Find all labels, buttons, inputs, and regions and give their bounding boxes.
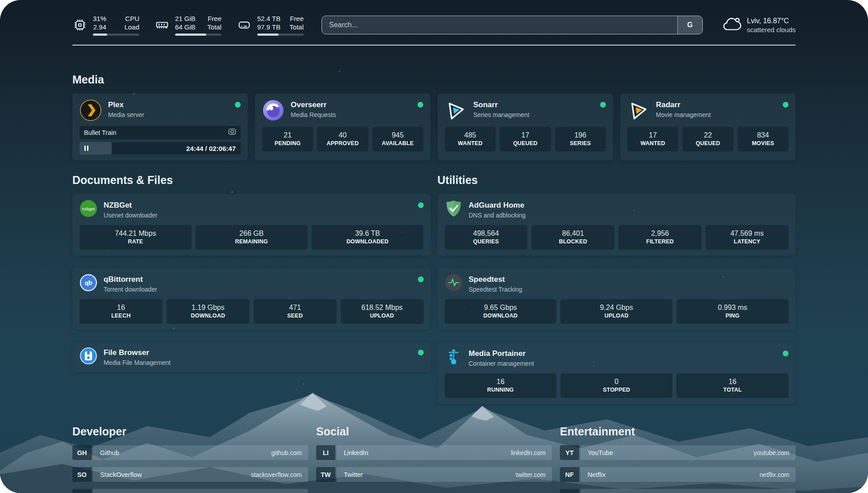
search-input[interactable] bbox=[322, 16, 677, 34]
bookmark-reddit[interactable]: RE Reddit reddit.com bbox=[560, 489, 796, 493]
service-card-plex[interactable]: Plex Media server Bullet Train bbox=[72, 93, 248, 160]
service-card-overseerr[interactable]: Overseerr Media Requests 21 PENDING 40 A… bbox=[255, 93, 430, 160]
status-dot bbox=[418, 276, 424, 282]
stat-remaining: 266 GB REMAINING bbox=[196, 225, 308, 250]
bookmark-name: Github bbox=[100, 449, 119, 456]
bookmark-linkedin[interactable]: LI LinkedIn linkedin.com bbox=[316, 445, 552, 460]
bookmark-url: youtube.com bbox=[754, 449, 789, 456]
section-developer: Developer GH Github github.com SO StackO… bbox=[72, 425, 308, 493]
service-card-speedtest[interactable]: Speedtest Speedtest Tracking 9.65 Gbps D… bbox=[438, 268, 796, 330]
service-name: Plex bbox=[108, 100, 229, 110]
radarr-icon bbox=[627, 99, 650, 121]
section-utilities: Utilities bbox=[438, 174, 796, 404]
search-provider-button[interactable]: G bbox=[677, 16, 702, 34]
bookmark-url: netflix.com bbox=[760, 471, 789, 478]
bookmark-dev[interactable]: DT DEV dev.to bbox=[72, 489, 308, 493]
pause-icon bbox=[84, 146, 88, 151]
svg-text:nzbget: nzbget bbox=[82, 206, 95, 211]
sonarr-icon bbox=[445, 99, 467, 121]
section-social: Social LI LinkedIn linkedin.com TW Twitt… bbox=[316, 425, 552, 493]
service-description: Speedtest Tracking bbox=[469, 285, 789, 294]
adguard-icon bbox=[445, 200, 463, 217]
service-name: Sonarr bbox=[473, 100, 594, 110]
service-card-qbittorrent[interactable]: qb qBittorrent Torrent downloader bbox=[72, 268, 431, 330]
bookmark-url: linkedin.com bbox=[511, 449, 546, 456]
stat-queued: 22 QUEUED bbox=[682, 127, 733, 151]
stat-wanted: 485 WANTED bbox=[445, 127, 496, 151]
service-description: Container management bbox=[469, 359, 777, 368]
status-dot bbox=[235, 102, 241, 108]
stat-downloaded: 39.6 TB DOWNLOADED bbox=[312, 225, 424, 250]
weather-widget: Lviv, 16.87°C scattered clouds bbox=[722, 15, 796, 35]
section-entertainment: Entertainment YT YouTube youtube.com NF … bbox=[560, 425, 796, 493]
stat-upload: 9.24 Gbps UPLOAD bbox=[560, 299, 672, 324]
bookmark-url: stackoverflow.com bbox=[251, 471, 302, 478]
service-description: Media server bbox=[108, 111, 229, 119]
social-section-title: Social bbox=[316, 425, 552, 438]
stat-movies: 834 MOVIES bbox=[738, 127, 789, 151]
status-dot bbox=[783, 351, 789, 356]
section-media: Media Plex Media server bbox=[72, 73, 796, 160]
memory-total-value: 64 GiB bbox=[175, 23, 196, 31]
stat-blocked: 86,401 BLOCKED bbox=[531, 225, 614, 250]
service-card-radarr[interactable]: Radarr Movie management 17 WANTED 22 QUE… bbox=[620, 93, 796, 160]
nzbget-icon: nzbget bbox=[79, 200, 97, 217]
weather-location-temp: Lviv, 16.87°C bbox=[747, 16, 796, 25]
cpu-progress-bar bbox=[93, 33, 139, 36]
service-card-portainer[interactable]: Media Portainer Container management 16 … bbox=[438, 342, 796, 404]
bookmark-github[interactable]: GH Github github.com bbox=[72, 445, 308, 460]
qbittorrent-icon: qb bbox=[79, 274, 97, 292]
stat-stopped: 0 STOPPED bbox=[560, 373, 672, 398]
entertainment-section-title: Entertainment bbox=[560, 425, 796, 438]
cast-icon bbox=[228, 128, 236, 137]
bookmark-abbr: GH bbox=[72, 445, 92, 460]
playback-progress-bar[interactable]: 24:44 / 02:06:47 bbox=[79, 142, 241, 155]
overseerr-icon bbox=[262, 99, 284, 121]
bookmark-netflix[interactable]: NF Netflix netflix.com bbox=[560, 467, 796, 482]
service-name: Overseerr bbox=[291, 100, 411, 110]
service-card-adguard[interactable]: AdGuard Home DNS and adblocking 498,564 … bbox=[438, 194, 796, 255]
weather-condition: scattered clouds bbox=[747, 25, 796, 34]
memory-icon bbox=[154, 17, 170, 33]
service-card-nzbget[interactable]: nzbget NZBGet Usenet downloader 74 bbox=[72, 194, 431, 255]
bookmark-abbr: TW bbox=[316, 467, 335, 482]
service-description: Usenet downloader bbox=[104, 211, 412, 220]
service-name: Radarr bbox=[656, 100, 776, 110]
filebrowser-icon bbox=[79, 347, 97, 365]
service-description: Series management bbox=[473, 111, 594, 119]
bookmark-stackoverflow[interactable]: SO StackOverflow stackoverflow.com bbox=[72, 467, 308, 482]
service-card-sonarr[interactable]: Sonarr Series management 485 WANTED 17 Q… bbox=[438, 93, 613, 160]
cloud-icon bbox=[722, 15, 741, 35]
playback-time: 24:44 / 02:06:47 bbox=[186, 145, 236, 152]
stat-running: 16 RUNNING bbox=[445, 373, 557, 398]
service-name: qBittorrent bbox=[104, 275, 412, 284]
bookmark-twitter[interactable]: TW Twitter twitter.com bbox=[316, 467, 552, 482]
disk-progress-bar bbox=[257, 33, 304, 36]
status-dot bbox=[417, 102, 423, 108]
status-dot bbox=[418, 202, 424, 208]
service-description: Media Requests bbox=[291, 111, 411, 119]
stat-total: 16 TOTAL bbox=[676, 373, 789, 398]
stat-ping: 0.993 ms PING bbox=[676, 299, 789, 324]
developer-section-title: Developer bbox=[72, 425, 308, 438]
memory-free-label: Free bbox=[208, 14, 221, 23]
service-name: Media Portainer bbox=[469, 349, 777, 359]
search-bar: G bbox=[321, 16, 703, 34]
disk-widget: 52.4 TB 97.9 TB Free Total bbox=[237, 14, 304, 36]
stat-upload: 618.52 Mbps UPLOAD bbox=[341, 299, 424, 324]
bookmark-name: Netflix bbox=[588, 471, 605, 478]
now-playing-title: Bullet Train bbox=[84, 129, 117, 136]
stat-available: 945 AVAILABLE bbox=[372, 127, 423, 151]
memory-total-label: Total bbox=[207, 23, 221, 31]
cpu-icon bbox=[72, 17, 88, 33]
status-dot bbox=[783, 102, 789, 108]
cpu-load-label: Load bbox=[125, 23, 139, 31]
stat-approved: 40 APPROVED bbox=[317, 127, 368, 151]
service-card-filebrowser[interactable]: File Browser Media File Management bbox=[72, 342, 431, 372]
bookmark-name: LinkedIn bbox=[344, 449, 368, 456]
top-bar: 31% 2.94 CPU Load bbox=[72, 0, 796, 36]
bookmark-youtube[interactable]: YT YouTube youtube.com bbox=[560, 445, 796, 460]
memory-free-value: 21 GiB bbox=[175, 14, 196, 23]
bookmark-url: twitter.com bbox=[516, 471, 546, 478]
stat-latency: 47.569 ms LATENCY bbox=[705, 225, 789, 250]
